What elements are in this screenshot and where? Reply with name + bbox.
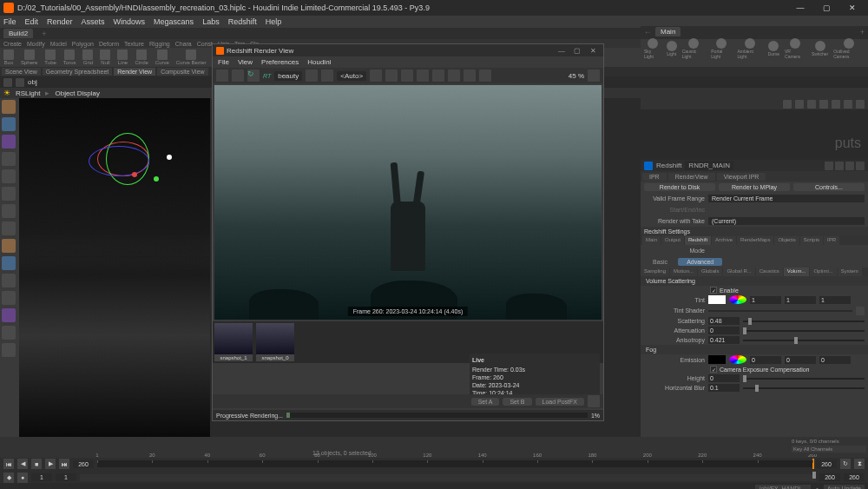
- help-icon[interactable]: [845, 162, 854, 170]
- menu-assets[interactable]: Assets: [82, 17, 105, 26]
- ptab-rendermaps[interactable]: RenderMaps: [737, 236, 773, 245]
- shelf-deform[interactable]: Deform: [99, 41, 119, 47]
- shelf-rigging[interactable]: Rigging: [149, 41, 170, 47]
- gear-icon[interactable]: [825, 162, 833, 170]
- tool-handle[interactable]: [2, 169, 16, 183]
- rv-i5-icon[interactable]: [432, 69, 444, 82]
- subtab-viewport-ipr[interactable]: Viewport IPR: [717, 173, 766, 181]
- play-button[interactable]: ▶: [45, 459, 56, 469]
- emission-r-input[interactable]: [750, 356, 781, 364]
- rv-i3-icon[interactable]: [401, 69, 413, 82]
- prev-frame-button[interactable]: ◀: [17, 459, 28, 469]
- rv-menu-view[interactable]: View: [238, 58, 253, 66]
- home-icon[interactable]: [3, 78, 12, 87]
- emission-b-input[interactable]: [819, 356, 851, 364]
- rv-i4-icon[interactable]: [417, 69, 429, 82]
- zoom-value[interactable]: 45 %: [569, 72, 584, 80]
- desktop-tab-main[interactable]: Main: [655, 27, 681, 36]
- tint-r-input[interactable]: [750, 296, 781, 304]
- rv-minimize-button[interactable]: —: [555, 45, 569, 56]
- stab-caustics[interactable]: Caustics: [756, 268, 783, 276]
- rtool-switcher[interactable]: Switcher: [812, 41, 828, 56]
- rv-close-button[interactable]: ✕: [586, 45, 600, 56]
- gear-icon[interactable]: [588, 395, 600, 407]
- range-track[interactable]: [80, 474, 816, 481]
- snapshot-thumb[interactable]: snapshot_0: [256, 323, 294, 361]
- pane-back-icon[interactable]: ←: [644, 28, 652, 36]
- rv-i8-icon[interactable]: [479, 69, 491, 82]
- ptab-main[interactable]: Main: [642, 236, 661, 245]
- timeline-track[interactable]: 120406080100120140160180200220240260: [97, 460, 812, 467]
- rtool-caustic-light[interactable]: Caustic Light: [682, 38, 707, 59]
- tool-move[interactable]: [2, 117, 16, 131]
- tool-view[interactable]: [2, 187, 16, 201]
- back-icon[interactable]: [16, 78, 24, 87]
- mode-advanced[interactable]: Advanced: [678, 258, 722, 266]
- ptab-archive[interactable]: Archive: [712, 236, 736, 245]
- start-frame-input2[interactable]: 1: [56, 473, 76, 481]
- tool-paint[interactable]: [2, 239, 16, 253]
- network-view[interactable]: puts: [641, 109, 868, 160]
- pane-tab-geo[interactable]: Geometry Spreadsheet: [43, 68, 112, 76]
- stab-motion[interactable]: Motion...: [670, 268, 697, 276]
- load-postfx-button[interactable]: Load PostFX: [536, 398, 584, 406]
- color-wheel-icon[interactable]: [729, 355, 746, 364]
- bookmark-icon[interactable]: ⭑: [816, 486, 819, 490]
- stab-sampling[interactable]: Sampling: [641, 268, 669, 276]
- vol-scatter-header[interactable]: Volume Scattering: [641, 276, 868, 286]
- rv-menu-file[interactable]: File: [218, 58, 229, 66]
- object-display-label[interactable]: Object Display: [55, 89, 100, 97]
- menu-megascans[interactable]: Megascans: [154, 17, 194, 26]
- stop-button[interactable]: ■: [31, 459, 42, 469]
- range-end-input[interactable]: 260: [819, 473, 840, 481]
- tool-brush[interactable]: [2, 221, 16, 235]
- render-disk-button[interactable]: Render to Disk: [644, 183, 715, 191]
- rtool-light[interactable]: Light: [667, 41, 677, 56]
- tool-snap[interactable]: [2, 204, 16, 218]
- pane-tab-scene[interactable]: Scene View: [2, 68, 41, 76]
- emission-g-input[interactable]: [785, 356, 816, 364]
- controls-button[interactable]: Controls...: [793, 183, 865, 191]
- minimize-button[interactable]: —: [788, 1, 812, 15]
- shelf-create[interactable]: Create: [3, 41, 22, 47]
- fog-header[interactable]: Fog: [641, 345, 868, 354]
- enable-checkbox[interactable]: ✓: [710, 287, 717, 294]
- rtool-dome[interactable]: Dome: [768, 41, 779, 56]
- tool-lasso[interactable]: [2, 274, 16, 287]
- tool-select[interactable]: [2, 100, 16, 114]
- tool-null[interactable]: Null: [100, 50, 110, 65]
- rv-lock-icon[interactable]: [232, 69, 244, 82]
- operator-chooser-icon[interactable]: [856, 307, 865, 315]
- attenuation-slider[interactable]: [743, 330, 865, 332]
- ptab-ipr[interactable]: IPR: [824, 236, 839, 245]
- mode-basic[interactable]: Basic: [644, 258, 676, 266]
- tool-line[interactable]: Line: [117, 50, 128, 65]
- auto-dropdown[interactable]: <Auto>: [337, 71, 366, 81]
- rv-i6-icon[interactable]: [448, 69, 460, 82]
- key-all-button[interactable]: Key All Channels: [792, 446, 866, 453]
- rv-maximize-button[interactable]: ▢: [570, 45, 584, 56]
- tool-sculpt[interactable]: [2, 256, 16, 270]
- rtool-sky-light[interactable]: Sky Light: [644, 38, 661, 59]
- object-tag[interactable]: RSLight: [16, 89, 40, 97]
- set-b-button[interactable]: Set B: [503, 398, 531, 406]
- rtool-ambient-light[interactable]: Ambient Light: [737, 38, 762, 59]
- tool-custom[interactable]: [2, 326, 16, 340]
- scattering-slider[interactable]: [743, 320, 865, 322]
- shelf-polygon[interactable]: Polygon: [72, 41, 94, 47]
- rtool-portal-light[interactable]: Portal Light: [711, 38, 732, 59]
- ptab-redshift[interactable]: Redshift: [685, 236, 711, 245]
- hblur-input[interactable]: [708, 384, 740, 392]
- hblur-slider[interactable]: [743, 387, 865, 389]
- scope-button[interactable]: ●: [17, 472, 28, 483]
- tool-magnet[interactable]: [2, 308, 16, 322]
- pin-icon[interactable]: [835, 162, 844, 170]
- node-name[interactable]: RNDR_MAIN: [685, 161, 733, 170]
- menu-redshift[interactable]: Redshift: [228, 17, 257, 26]
- rtool-outlived-camera[interactable]: Outlived Camera: [833, 38, 865, 59]
- tint-b-input[interactable]: [819, 296, 851, 304]
- rv-i7-icon[interactable]: [464, 69, 476, 82]
- height-input[interactable]: [708, 374, 740, 382]
- maximize-button[interactable]: ▢: [814, 1, 838, 15]
- rv-i2-icon[interactable]: [385, 69, 398, 82]
